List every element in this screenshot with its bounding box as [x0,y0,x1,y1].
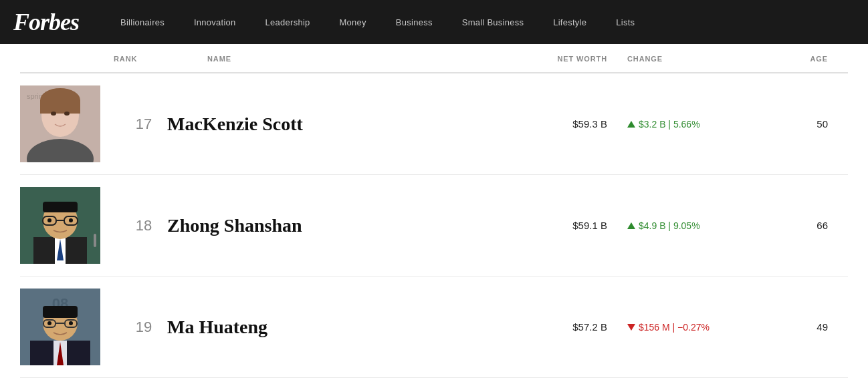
change-value: $156 M | −0.27% [639,322,710,333]
main-nav: Billionaires Innovation Leadership Money… [106,17,649,27]
person-change: $4.9 B | 9.05% [621,220,768,231]
arrow-up-icon [627,222,635,229]
table-row: spring 17 MacKenzie Scott $59.3 B $3.2 B… [20,73,848,175]
person-networth: $59.3 B [500,118,621,130]
col-header-rank: RANK [114,55,137,63]
svg-rect-26 [43,306,78,318]
svg-point-17 [69,218,73,222]
arrow-down-icon [627,324,635,331]
nav-lifestyle[interactable]: Lifestyle [538,17,601,27]
person-age: 49 [768,321,848,333]
nav-innovation[interactable]: Innovation [179,17,251,27]
svg-point-30 [47,321,51,325]
table-row: 18 Zhong Shanshan $59.1 B $4.9 B | 9.05%… [20,175,848,276]
person-age: 66 [768,220,848,231]
person-rank: 19 [114,319,167,336]
table-header: RANK NAME NET WORTH CHANGE AGE [20,44,848,73]
logo[interactable]: Forbes [13,8,79,36]
svg-rect-18 [43,202,78,212]
svg-point-16 [47,218,51,222]
svg-rect-19 [94,234,96,247]
svg-point-31 [69,321,73,325]
person-photo: spring [20,85,100,162]
person-name[interactable]: Zhong Shanshan [167,215,500,236]
person-age: 50 [768,118,848,130]
table-row: 08 19 Ma Huateng $57.2 B $156 M | −0.27% [20,276,848,378]
svg-rect-5 [40,100,80,114]
person-networth: $57.2 B [500,321,621,333]
arrow-up-icon [627,121,635,128]
nav-lists[interactable]: Lists [601,17,649,27]
svg-point-7 [64,112,70,116]
nav-billionaires[interactable]: Billionaires [106,17,179,27]
nav-money[interactable]: Money [325,17,381,27]
svg-point-6 [51,112,56,116]
change-value: $3.2 B | 5.66% [639,119,700,130]
col-header-name: NAME [207,55,231,63]
col-header-networth: NET WORTH [557,55,607,63]
person-photo [20,187,100,264]
change-value: $4.9 B | 9.05% [639,220,700,231]
header: Forbes Billionaires Innovation Leadershi… [0,0,868,44]
nav-business[interactable]: Business [381,17,447,27]
person-change: $3.2 B | 5.66% [621,119,768,130]
nav-small-business[interactable]: Small Business [447,17,539,27]
nav-leadership[interactable]: Leadership [251,17,325,27]
person-name[interactable]: MacKenzie Scott [167,114,500,135]
person-change: $156 M | −0.27% [621,322,768,333]
person-photo: 08 [20,289,100,365]
col-header-age: AGE [810,55,828,63]
person-networth: $59.1 B [500,220,621,231]
person-rank: 17 [114,116,167,133]
col-header-change: CHANGE [627,55,663,63]
person-name[interactable]: Ma Huateng [167,317,500,338]
person-rank: 18 [114,217,167,234]
